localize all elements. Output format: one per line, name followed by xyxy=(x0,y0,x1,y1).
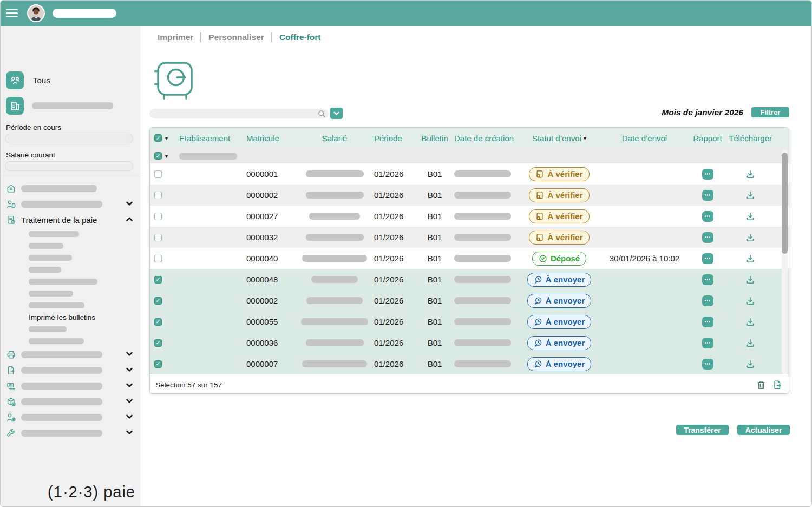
submenu-item[interactable] xyxy=(29,252,141,264)
rapport-ellipsis-button[interactable] xyxy=(702,232,713,243)
row-checkbox[interactable] xyxy=(154,255,162,262)
status-badge-averifier[interactable]: À vérifier xyxy=(529,167,589,181)
sidebar-item-modules[interactable] xyxy=(1,394,141,410)
rapport-ellipsis-button[interactable] xyxy=(702,211,713,222)
sidebar-item-outils[interactable] xyxy=(1,425,141,441)
download-button[interactable] xyxy=(745,233,755,242)
tab-imprimer[interactable]: Imprimer xyxy=(158,32,193,42)
submenu-item[interactable] xyxy=(29,323,141,335)
chevron-down-icon[interactable] xyxy=(126,366,133,376)
chevron-down-icon[interactable] xyxy=(126,381,133,391)
table-row[interactable]: 000000101/2026B01À vérifier xyxy=(150,163,789,185)
status-badge-aenvoyer[interactable]: À envoyer xyxy=(527,315,592,329)
download-button[interactable] xyxy=(745,296,755,306)
rapport-ellipsis-button[interactable] xyxy=(702,295,713,306)
topbar-search-field[interactable] xyxy=(53,9,116,18)
filter-row-dropdown-icon[interactable]: ▾ xyxy=(165,153,168,159)
table-search-input[interactable] xyxy=(149,109,329,118)
row-checkbox[interactable]: ✓ xyxy=(154,318,162,326)
hamburger-menu-icon[interactable] xyxy=(6,8,20,19)
status-badge-aenvoyer[interactable]: À envoyer xyxy=(527,357,592,371)
submenu-item-imprime-bulletins[interactable]: Imprimé les bulletins xyxy=(29,311,141,323)
salarie-courant-input[interactable] xyxy=(5,161,133,171)
chevron-down-icon[interactable] xyxy=(126,413,133,423)
download-button[interactable] xyxy=(745,212,755,221)
table-row[interactable]: 000000201/2026B01À vérifier xyxy=(150,185,789,206)
row-checkbox[interactable]: ✓ xyxy=(154,339,162,347)
sidebar-item-administration[interactable] xyxy=(1,410,141,425)
sidebar-item-salaries[interactable] xyxy=(1,196,141,212)
sidebar-item-impression[interactable] xyxy=(1,347,141,363)
tab-coffre-fort[interactable]: Coffre-fort xyxy=(279,32,321,42)
table-row[interactable]: ✓000004801/2026B01À envoyer xyxy=(150,269,789,290)
download-button[interactable] xyxy=(745,338,755,348)
download-button[interactable] xyxy=(745,254,755,264)
chevron-down-icon[interactable] xyxy=(126,429,133,438)
download-button[interactable] xyxy=(745,317,755,327)
rapport-ellipsis-button[interactable] xyxy=(702,253,713,264)
table-scrollbar-track[interactable] xyxy=(782,149,788,374)
submenu-item[interactable] xyxy=(29,275,141,287)
table-row[interactable]: ✓000003601/2026B01À envoyer xyxy=(150,332,789,353)
rapport-ellipsis-button[interactable] xyxy=(702,317,713,327)
row-checkbox[interactable] xyxy=(154,192,162,199)
chevron-down-icon[interactable] xyxy=(126,397,133,407)
sidebar-item-declarations[interactable] xyxy=(1,363,141,378)
download-button[interactable] xyxy=(745,190,755,200)
status-badge-depose[interactable]: Déposé xyxy=(532,252,586,266)
row-checkbox[interactable]: ✓ xyxy=(154,276,162,284)
row-checkbox[interactable]: ✓ xyxy=(154,297,162,305)
download-button[interactable] xyxy=(745,275,755,285)
sidebar-item-company[interactable] xyxy=(6,97,113,115)
user-avatar[interactable] xyxy=(27,4,45,22)
submenu-item[interactable] xyxy=(29,299,141,311)
refresh-button[interactable]: Actualiser xyxy=(737,425,790,435)
table-row[interactable]: ✓000000201/2026B01À envoyer xyxy=(150,290,789,311)
row-checkbox[interactable] xyxy=(154,170,162,178)
row-checkbox[interactable] xyxy=(154,213,162,220)
sidebar-item-traitement-paie[interactable]: Traitement de la paie xyxy=(1,212,141,228)
download-button[interactable] xyxy=(745,359,755,369)
select-all-dropdown-icon[interactable]: ▾ xyxy=(165,135,168,141)
submenu-item[interactable] xyxy=(29,228,141,240)
etablissement-filter-placeholder[interactable] xyxy=(179,153,237,160)
transfer-button[interactable]: Transférer xyxy=(676,425,729,435)
rapport-ellipsis-button[interactable] xyxy=(702,274,713,285)
statut-filter-dropdown-icon[interactable]: ▾ xyxy=(584,135,586,141)
sidebar-item-home[interactable] xyxy=(1,181,141,196)
rapport-ellipsis-button[interactable] xyxy=(702,338,713,348)
status-badge-aenvoyer[interactable]: À envoyer xyxy=(527,336,592,350)
table-scrollbar-thumb[interactable] xyxy=(782,153,788,254)
download-button[interactable] xyxy=(745,169,755,179)
chevron-down-icon[interactable] xyxy=(126,200,133,209)
filter-button[interactable]: Filtrer xyxy=(751,107,789,117)
status-badge-aenvoyer[interactable]: À envoyer xyxy=(527,294,592,308)
status-badge-aenvoyer[interactable]: À envoyer xyxy=(527,273,592,287)
select-all-checkbox[interactable]: ✓ xyxy=(154,134,162,142)
table-row[interactable]: 000004001/2026B01Déposé30/01/2026 à 10:0… xyxy=(150,248,789,269)
row-checkbox[interactable]: ✓ xyxy=(154,360,162,368)
status-badge-averifier[interactable]: À vérifier xyxy=(529,209,589,223)
periode-en-cours-input[interactable] xyxy=(5,134,133,143)
export-document-icon[interactable] xyxy=(772,380,782,390)
table-row[interactable]: ✓000005501/2026B01À envoyer xyxy=(150,311,789,332)
status-badge-averifier[interactable]: À vérifier xyxy=(529,231,589,245)
table-row[interactable]: 000002701/2026B01À vérifier xyxy=(150,206,789,227)
rapport-ellipsis-button[interactable] xyxy=(702,190,713,201)
chevron-down-icon[interactable] xyxy=(126,350,133,360)
status-badge-averifier[interactable]: À vérifier xyxy=(529,188,589,202)
rapport-ellipsis-button[interactable] xyxy=(702,169,713,180)
rapport-ellipsis-button[interactable] xyxy=(702,359,713,370)
table-row[interactable]: ✓000000701/2026B01À envoyer xyxy=(150,353,789,374)
chevron-up-icon[interactable] xyxy=(126,215,133,225)
sidebar-item-tous[interactable]: Tous xyxy=(6,71,50,89)
sidebar-item-paiements[interactable] xyxy=(1,378,141,394)
delete-trash-icon[interactable] xyxy=(756,380,766,390)
table-row[interactable]: 000003201/2026B01À vérifier xyxy=(150,227,789,248)
submenu-item[interactable] xyxy=(29,240,141,252)
row-checkbox[interactable] xyxy=(154,234,162,241)
submenu-item[interactable] xyxy=(29,335,141,347)
submenu-item[interactable] xyxy=(29,264,141,275)
column-header-statut-envoi[interactable]: Statut d’envoi ▾ xyxy=(521,134,597,143)
submenu-item[interactable] xyxy=(29,287,141,299)
